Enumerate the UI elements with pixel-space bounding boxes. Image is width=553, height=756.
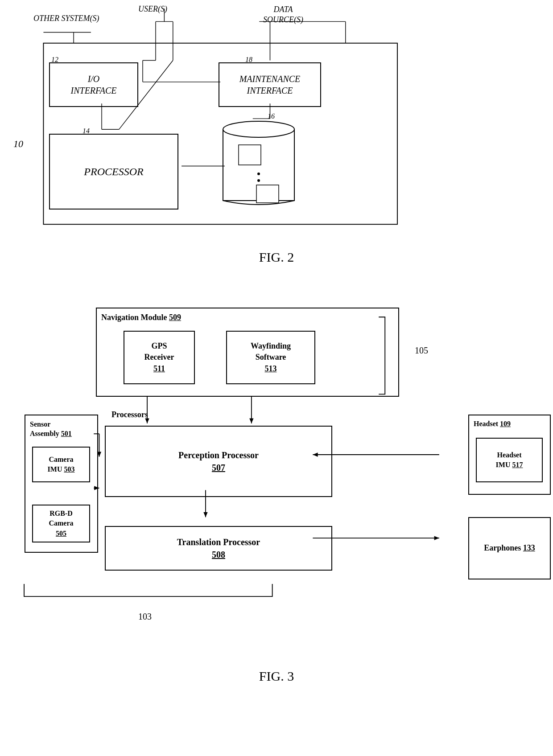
svg-point-22 [257, 173, 260, 175]
gps-receiver-text: GPSReceiver511 [144, 341, 174, 374]
earphones-text: Earphones 133 [484, 542, 535, 554]
perception-processor-box: Perception Processor507 [105, 426, 332, 497]
fig3-section: Navigation Module 509 GPSReceiver511 Way… [0, 285, 553, 753]
processor-box: PROCESSOR [49, 134, 178, 210]
label-103: 103 [138, 612, 152, 622]
label-12: 12 [51, 56, 58, 64]
earphones-box: Earphones 133 [468, 517, 551, 579]
label-16: 16 [268, 112, 275, 120]
perception-processor-text: Perception Processor507 [178, 449, 259, 474]
svg-rect-25 [256, 185, 279, 203]
sensor-assembly-label: SensorAssembly 501 [30, 420, 72, 439]
headset-imu-box: HeadsetIMU 517 [476, 438, 543, 482]
maintenance-interface-box: MAINTENANCEINTERFACE [219, 62, 321, 107]
navigation-module-box: Navigation Module 509 GPSReceiver511 Way… [96, 308, 399, 397]
rgbd-camera-box: RGB-DCamera505 [32, 505, 90, 542]
svg-marker-29 [249, 419, 253, 423]
io-interface-text: I/OINTERFACE [71, 73, 117, 96]
svg-marker-40 [434, 536, 439, 540]
camera-imu-text: CameraIMU 503 [48, 455, 75, 475]
other-systems-label: OTHER SYSTEM(S) [33, 13, 99, 24]
maintenance-interface-text: MAINTENANCEINTERFACE [239, 73, 301, 96]
wayfinding-software-text: WayfindingSoftware513 [251, 341, 291, 374]
label-18: 18 [245, 56, 252, 64]
processor-text: PROCESSOR [84, 166, 143, 178]
svg-rect-21 [239, 145, 261, 165]
fig3-caption: FIG. 3 [18, 669, 535, 684]
rgbd-camera-text: RGB-DCamera505 [49, 509, 73, 538]
database-cylinder [219, 116, 308, 216]
svg-marker-36 [203, 512, 207, 517]
io-interface-box: I/OINTERFACE [49, 62, 138, 107]
processors-label: Processors [111, 410, 148, 419]
headset-box: Headset 109 HeadsetIMU 517 [468, 415, 551, 495]
navigation-module-label: Navigation Module 509 [101, 313, 181, 322]
headset-imu-text: HeadsetIMU 517 [496, 450, 523, 470]
camera-imu-box: CameraIMU 503 [32, 447, 90, 482]
sensor-assembly-box: SensorAssembly 501 CameraIMU 503 RGB-DCa… [25, 415, 98, 553]
label-105: 105 [415, 345, 428, 356]
headset-label: Headset 109 [474, 420, 511, 428]
fig2-caption: FIG. 2 [0, 250, 553, 265]
label-14: 14 [83, 127, 90, 135]
gps-receiver-box: GPSReceiver511 [124, 331, 195, 384]
wayfinding-software-box: WayfindingSoftware513 [226, 331, 315, 384]
datasource-label: DATASOURCE(S) [263, 4, 303, 25]
users-label: USER(S) [138, 4, 167, 14]
translation-processor-text: Translation Processor508 [177, 536, 260, 561]
svg-point-20 [223, 121, 294, 137]
fig2-section: OTHER SYSTEM(S) USER(S) DATASOURCE(S) 10… [0, 0, 553, 267]
svg-point-23 [257, 179, 260, 182]
translation-processor-box: Translation Processor508 [105, 526, 332, 571]
label-10: 10 [13, 138, 23, 150]
